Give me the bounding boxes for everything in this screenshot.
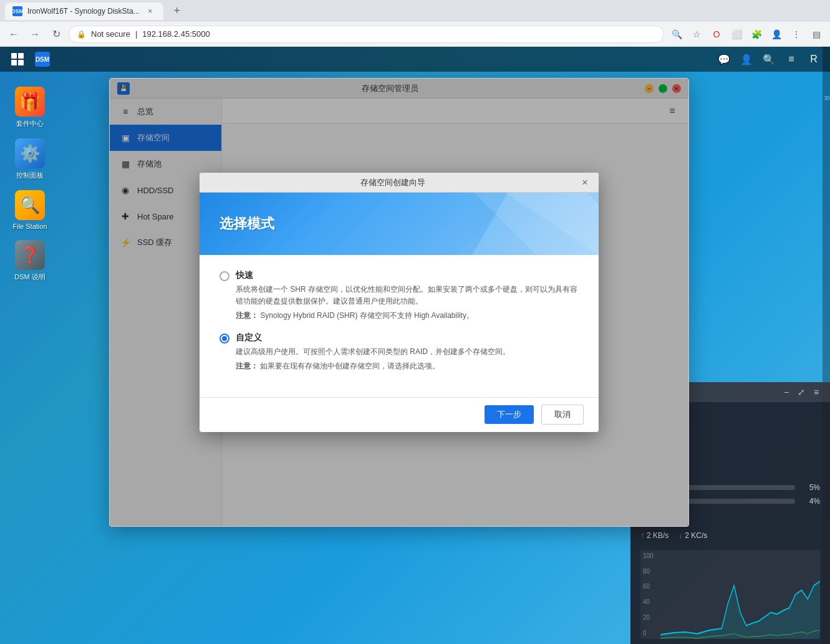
cancel-button[interactable]: 取消 xyxy=(541,405,584,425)
custom-note-prefix: 注意： xyxy=(236,362,258,370)
url-text: 192.168.2.45:5000 xyxy=(142,29,210,39)
quick-option-label: 快速 xyxy=(236,270,579,281)
grid-icon xyxy=(11,53,24,65)
sys-panel-expand-button[interactable]: ⤢ xyxy=(795,386,808,398)
tab-close-button[interactable]: × xyxy=(145,6,156,17)
chart-label-100: 100 xyxy=(643,552,654,559)
download-speed-value: 2 KC/s xyxy=(685,531,707,540)
dsm-help-label: DSM 说明 xyxy=(14,272,46,282)
quick-option: 快速 系统将创建一个 SHR 存储空间，以优化性能和空间分配。如果安装了两个或多… xyxy=(220,270,579,322)
custom-note-text: 如果要在现有存储池中创建存储空间，请选择此选项。 xyxy=(260,362,440,370)
not-secure-text: Not secure xyxy=(91,29,130,39)
quick-option-content: 快速 系统将创建一个 SHR 存储空间，以优化性能和空间分配。如果安装了两个或多… xyxy=(236,270,579,322)
chart-label-60: 60 xyxy=(643,583,654,590)
package-center-icon[interactable]: 🎁 套件中心 xyxy=(5,83,55,132)
address-separator: | xyxy=(135,29,137,39)
cpu-bar-background xyxy=(672,485,795,490)
download-speed: ↓ 2 KC/s xyxy=(678,531,707,540)
wizard-titlebar: 存储空间创建向导 × xyxy=(200,173,599,193)
svg-marker-1 xyxy=(474,193,599,255)
sys-panel-menu-button[interactable]: ≡ xyxy=(810,386,823,398)
dsm-taskbar: DSM 💬 👤 🔍 ≡ R xyxy=(0,47,830,72)
settings-icon[interactable]: R xyxy=(805,50,823,68)
reload-button[interactable]: ↻ xyxy=(47,26,65,43)
side-panel-button[interactable]: ▤ xyxy=(808,26,825,43)
wizard-body: 快速 系统将创建一个 SHR 存储空间，以优化性能和空间分配。如果安装了两个或多… xyxy=(200,255,599,397)
quick-note-text: Synology Hybrid RAID (SHR) 存储空间不支持 High … xyxy=(260,311,474,320)
network-chart: 100 80 60 40 20 0 xyxy=(640,550,820,639)
tab-title: IronWolf16T - Synology DiskSta... xyxy=(27,7,140,16)
header-decoration xyxy=(412,193,599,255)
sys-panel-controls: − ⤢ ≡ xyxy=(780,386,823,398)
new-tab-button[interactable]: + xyxy=(168,2,186,20)
wizard-close-button[interactable]: × xyxy=(579,176,591,189)
chart-label-20: 20 xyxy=(643,614,654,621)
quick-radio-button[interactable] xyxy=(220,271,229,281)
search-button[interactable]: 🔍 xyxy=(668,26,685,43)
browser-favicon: DSM xyxy=(12,6,22,16)
user-icon[interactable]: 👤 xyxy=(738,50,755,68)
svg-marker-3 xyxy=(660,581,820,639)
more-button[interactable]: ⋮ xyxy=(788,26,805,43)
cpu-value: 5% xyxy=(801,483,820,492)
storage-manager-window: 💾 存储空间管理员 − □ × ≡ 总览 ▣ 存储空间 ▦ xyxy=(109,78,689,527)
apps-grid-button[interactable] xyxy=(7,49,27,69)
wizard-title: 存储空间创建向导 xyxy=(207,177,579,188)
network-speeds-area: ↑ 2 KB/s ↓ 2 KC/s xyxy=(630,531,830,545)
ram-value: 4% xyxy=(801,497,820,506)
chart-label-80: 80 xyxy=(643,568,654,575)
browser-titlebar: DSM IronWolf16T - Synology DiskSta... × … xyxy=(0,0,830,22)
cast-button[interactable]: ⬜ xyxy=(728,26,745,43)
svg-marker-0 xyxy=(505,193,599,255)
search-icon[interactable]: 🔍 xyxy=(760,50,778,68)
upload-arrow: ↑ xyxy=(640,531,644,540)
sys-panel-minimize-button[interactable]: − xyxy=(780,386,793,398)
notifications-icon[interactable]: ≡ xyxy=(783,50,800,68)
quick-note-prefix: 注意： xyxy=(236,311,258,320)
file-station-label: File Station xyxy=(12,223,47,230)
opera-button[interactable]: O xyxy=(708,26,725,43)
taskbar-right-area: 💬 👤 🔍 ≡ R xyxy=(715,50,823,68)
chart-label-0: 0 xyxy=(643,630,654,637)
wizard-overlay: 存储空间创建向导 × 选择模式 xyxy=(110,79,688,526)
quick-option-note: 注意： Synology Hybrid RAID (SHR) 存储空间不支持 H… xyxy=(236,310,579,322)
dsm-logo-button[interactable]: DSM xyxy=(32,49,52,69)
custom-option-note: 注意： 如果要在现有存储池中创建存储空间，请选择此选项。 xyxy=(236,360,510,372)
browser-toolbar: ← → ↻ 🔒 Not secure | 192.168.2.45:5000 🔍… xyxy=(0,22,830,47)
custom-option-content: 自定义 建议高级用户使用。可按照个人需求创建不同类型的 RAID，并创建多个存储… xyxy=(236,332,510,372)
dsm-help-icon[interactable]: ❓ DSM 说明 xyxy=(5,236,55,286)
file-station-icon[interactable]: 🔍 File Station xyxy=(5,186,55,234)
browser-chrome: DSM IronWolf16T - Synology DiskSta... × … xyxy=(0,0,830,47)
next-button[interactable]: 下一步 xyxy=(485,405,534,424)
wizard-header: 选择模式 xyxy=(200,193,599,255)
bookmark-star-button[interactable]: ☆ xyxy=(688,26,705,43)
browser-tab[interactable]: DSM IronWolf16T - Synology DiskSta... × xyxy=(5,2,163,20)
strip-r: R xyxy=(823,96,830,100)
chat-icon[interactable]: 💬 xyxy=(715,50,733,68)
svg-marker-2 xyxy=(536,193,599,218)
chart-labels: 100 80 60 40 20 0 xyxy=(643,550,654,639)
control-panel-icon[interactable]: ⚙️ 控制面板 xyxy=(5,135,55,184)
dsm-desktop: R DSM 💬 👤 🔍 ≡ R 🎁 套件中心 xyxy=(0,47,830,644)
desktop-icons-area: 🎁 套件中心 ⚙️ 控制面板 🔍 File Station ❓ DSM 说明 xyxy=(0,78,60,291)
network-chart-svg xyxy=(660,550,820,639)
chart-label-40: 40 xyxy=(643,598,654,605)
custom-radio-button[interactable] xyxy=(220,334,229,344)
account-button[interactable]: 👤 xyxy=(768,26,785,43)
package-center-label: 套件中心 xyxy=(16,119,44,128)
forward-button[interactable]: → xyxy=(26,26,44,43)
ram-bar-background xyxy=(672,499,795,504)
upload-speed-value: 2 KB/s xyxy=(647,531,668,540)
upload-speed: ↑ 2 KB/s xyxy=(640,531,668,540)
address-bar[interactable]: 🔒 Not secure | 192.168.2.45:5000 xyxy=(69,26,664,43)
wizard-footer: 下一步 取消 xyxy=(200,397,599,432)
custom-option-description: 建议高级用户使用。可按照个人需求创建不同类型的 RAID，并创建多个存储空间。 xyxy=(236,346,510,358)
custom-option: 自定义 建议高级用户使用。可按照个人需求创建不同类型的 RAID，并创建多个存储… xyxy=(220,332,579,372)
back-button[interactable]: ← xyxy=(5,26,22,43)
browser-action-buttons: 🔍 ☆ O ⬜ 🧩 👤 ⋮ ▤ xyxy=(668,26,825,43)
control-panel-label: 控制面板 xyxy=(16,171,44,180)
quick-option-description: 系统将创建一个 SHR 存储空间，以优化性能和空间分配。如果安装了两个或多个硬盘… xyxy=(236,284,579,307)
wizard-dialog: 存储空间创建向导 × 选择模式 xyxy=(200,173,599,432)
extensions-button[interactable]: 🧩 xyxy=(748,26,765,43)
custom-option-label: 自定义 xyxy=(236,332,510,344)
